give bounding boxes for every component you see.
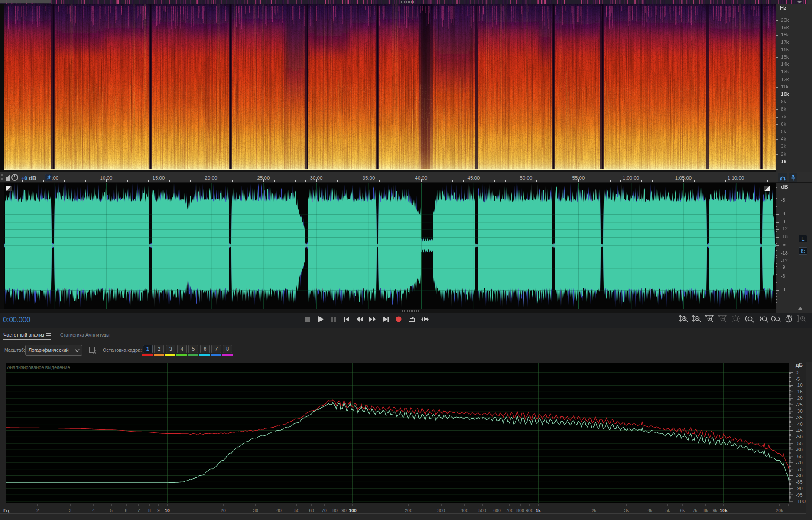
svg-text:2k: 2k [591, 508, 597, 513]
svg-text:50: 50 [294, 508, 299, 513]
svg-text:100: 100 [349, 508, 357, 513]
svg-text:4: 4 [92, 508, 95, 513]
svg-text:7k: 7k [692, 508, 698, 513]
svg-text:-15: -15 [796, 389, 803, 394]
svg-text:-85: -85 [796, 479, 803, 484]
svg-text:5k: 5k [665, 508, 670, 513]
svg-text:20k: 20k [776, 508, 784, 513]
svg-text:-45: -45 [796, 428, 803, 433]
svg-text:7: 7 [137, 508, 140, 513]
svg-text:-20: -20 [796, 396, 803, 401]
svg-text:-80: -80 [796, 473, 803, 478]
svg-text:6: 6 [125, 508, 127, 513]
svg-text:500: 500 [478, 508, 486, 513]
svg-text:8: 8 [148, 508, 151, 513]
svg-text:-60: -60 [796, 447, 803, 452]
svg-text:-25: -25 [796, 402, 803, 407]
svg-text:1k: 1k [536, 508, 541, 513]
svg-text:600: 600 [493, 508, 501, 513]
svg-text:10k: 10k [720, 508, 728, 513]
svg-text:9k: 9k [712, 508, 718, 513]
svg-text:-95: -95 [796, 492, 803, 497]
svg-text:900: 900 [526, 508, 533, 513]
svg-text:40: 40 [276, 508, 282, 513]
svg-text:-70: -70 [796, 460, 803, 465]
svg-text:-30: -30 [796, 409, 803, 414]
svg-text:3k: 3k [624, 508, 629, 513]
svg-text:4k: 4k [647, 508, 653, 513]
svg-text:-100: -100 [796, 499, 806, 504]
svg-text:-50: -50 [796, 434, 803, 439]
svg-text:400: 400 [461, 508, 468, 513]
svg-text:-75: -75 [796, 467, 803, 472]
svg-text:-65: -65 [796, 454, 803, 459]
svg-text:70: 70 [322, 508, 327, 513]
svg-text:-10: -10 [796, 383, 803, 388]
svg-text:-55: -55 [796, 441, 803, 446]
svg-text:Анализированое выделение: Анализированое выделение [7, 365, 70, 370]
svg-text:90: 90 [341, 508, 347, 513]
svg-text:9: 9 [157, 508, 160, 513]
svg-text:3: 3 [69, 508, 71, 513]
svg-text:200: 200 [405, 508, 412, 513]
svg-text:30: 30 [253, 508, 258, 513]
svg-text:10: 10 [165, 508, 170, 513]
svg-text:5: 5 [110, 508, 113, 513]
svg-text:6k: 6k [680, 508, 685, 513]
svg-text:-40: -40 [796, 422, 803, 427]
svg-text:дБ: дБ [796, 362, 803, 368]
svg-text:700: 700 [506, 508, 513, 513]
svg-text:60: 60 [309, 508, 314, 513]
svg-text:-35: -35 [796, 415, 803, 420]
svg-text:0: 0 [796, 370, 798, 375]
svg-text:800: 800 [516, 508, 524, 513]
svg-text:80: 80 [332, 508, 338, 513]
svg-text:300: 300 [437, 508, 445, 513]
svg-text:8k: 8k [703, 508, 708, 513]
svg-text:2: 2 [36, 508, 39, 513]
svg-text:Гц: Гц [3, 508, 9, 513]
svg-text:20: 20 [221, 508, 226, 513]
svg-text:-90: -90 [796, 486, 803, 491]
svg-text:-5: -5 [796, 376, 800, 382]
